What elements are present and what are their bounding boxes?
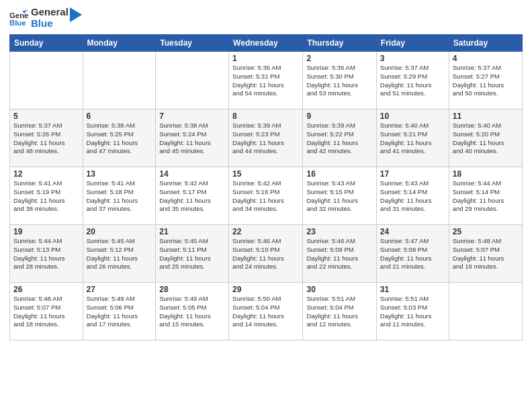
weekday-header-row: SundayMondayTuesdayWednesdayThursdayFrid… [10,35,523,52]
day-number: 17 [380,169,445,179]
weekday-header: Monday [83,35,156,52]
calendar-cell: 6Sunrise: 5:38 AM Sunset: 5:25 PM Daylig… [83,109,156,167]
calendar-cell: 12Sunrise: 5:41 AM Sunset: 5:19 PM Dayli… [10,167,83,225]
day-number: 4 [453,54,519,63]
calendar-cell: 10Sunrise: 5:40 AM Sunset: 5:21 PM Dayli… [376,109,449,167]
page-container: General Blue General Blue SundayMondayTu… [0,0,532,411]
day-info: Sunrise: 5:37 AM Sunset: 5:29 PM Dayligh… [380,64,445,98]
day-info: Sunrise: 5:46 AM Sunset: 5:09 PM Dayligh… [306,237,372,271]
day-info: Sunrise: 5:43 AM Sunset: 5:14 PM Dayligh… [380,179,445,214]
day-number: 14 [159,169,225,179]
calendar-cell: 29Sunrise: 5:50 AM Sunset: 5:04 PM Dayli… [229,283,303,340]
day-number: 9 [306,111,372,121]
day-info: Sunrise: 5:46 AM Sunset: 5:10 PM Dayligh… [232,237,299,271]
day-info: Sunrise: 5:36 AM Sunset: 5:30 PM Dayligh… [306,64,372,98]
calendar-cell: 26Sunrise: 5:48 AM Sunset: 5:07 PM Dayli… [10,283,83,340]
logo-general: General [31,7,69,18]
day-info: Sunrise: 5:40 AM Sunset: 5:20 PM Dayligh… [453,122,519,156]
day-info: Sunrise: 5:51 AM Sunset: 5:04 PM Dayligh… [306,295,372,329]
calendar-cell: 14Sunrise: 5:42 AM Sunset: 5:17 PM Dayli… [156,167,229,225]
day-number: 22 [232,227,299,236]
day-number: 1 [232,54,299,63]
calendar-week-row: 1Sunrise: 5:36 AM Sunset: 5:31 PM Daylig… [10,52,523,109]
calendar-cell: 16Sunrise: 5:43 AM Sunset: 5:15 PM Dayli… [303,167,376,225]
day-info: Sunrise: 5:45 AM Sunset: 5:12 PM Dayligh… [87,237,152,271]
header: General Blue General Blue [9,7,523,29]
logo-blue: Blue [31,18,69,30]
weekday-header: Saturday [449,35,522,52]
day-number: 31 [380,285,445,294]
weekday-header: Friday [376,35,449,52]
calendar-week-row: 19Sunrise: 5:44 AM Sunset: 5:13 PM Dayli… [10,225,523,283]
svg-marker-3 [70,7,82,22]
logo: General Blue General Blue [9,7,82,29]
day-number: 25 [453,227,519,236]
svg-text:Blue: Blue [9,18,26,26]
day-number: 8 [232,111,299,121]
day-number: 26 [13,285,79,294]
logo-icon: General Blue [9,9,28,28]
calendar-cell: 11Sunrise: 5:40 AM Sunset: 5:20 PM Dayli… [449,109,522,167]
calendar-week-row: 12Sunrise: 5:41 AM Sunset: 5:19 PM Dayli… [10,167,523,225]
day-info: Sunrise: 5:49 AM Sunset: 5:06 PM Dayligh… [87,295,152,329]
day-number: 7 [159,111,225,121]
day-info: Sunrise: 5:44 AM Sunset: 5:13 PM Dayligh… [13,237,79,271]
calendar-cell: 25Sunrise: 5:48 AM Sunset: 5:07 PM Dayli… [449,225,522,283]
day-info: Sunrise: 5:42 AM Sunset: 5:17 PM Dayligh… [159,179,225,214]
day-info: Sunrise: 5:44 AM Sunset: 5:14 PM Dayligh… [453,179,519,214]
calendar-week-row: 26Sunrise: 5:48 AM Sunset: 5:07 PM Dayli… [10,283,523,340]
logo-arrow-icon [70,7,82,22]
day-info: Sunrise: 5:40 AM Sunset: 5:21 PM Dayligh… [380,122,445,156]
calendar-cell: 5Sunrise: 5:37 AM Sunset: 5:26 PM Daylig… [10,109,83,167]
calendar-cell: 21Sunrise: 5:45 AM Sunset: 5:11 PM Dayli… [156,225,229,283]
day-info: Sunrise: 5:36 AM Sunset: 5:31 PM Dayligh… [232,64,299,98]
calendar-cell: 17Sunrise: 5:43 AM Sunset: 5:14 PM Dayli… [376,167,449,225]
calendar-cell: 19Sunrise: 5:44 AM Sunset: 5:13 PM Dayli… [10,225,83,283]
weekday-header: Wednesday [229,35,303,52]
day-number: 16 [306,169,372,179]
weekday-header: Thursday [303,35,376,52]
day-number: 30 [306,285,372,294]
day-number: 23 [306,227,372,236]
calendar-cell: 4Sunrise: 5:37 AM Sunset: 5:27 PM Daylig… [449,52,522,109]
calendar-cell: 22Sunrise: 5:46 AM Sunset: 5:10 PM Dayli… [229,225,303,283]
day-number: 21 [159,227,225,236]
day-info: Sunrise: 5:42 AM Sunset: 5:16 PM Dayligh… [232,179,299,214]
day-number: 19 [13,227,79,236]
day-info: Sunrise: 5:39 AM Sunset: 5:22 PM Dayligh… [306,122,372,156]
calendar-cell: 1Sunrise: 5:36 AM Sunset: 5:31 PM Daylig… [229,52,303,109]
day-info: Sunrise: 5:37 AM Sunset: 5:27 PM Dayligh… [453,64,519,98]
calendar-cell [10,52,83,109]
calendar-cell: 15Sunrise: 5:42 AM Sunset: 5:16 PM Dayli… [229,167,303,225]
calendar-cell: 3Sunrise: 5:37 AM Sunset: 5:29 PM Daylig… [376,52,449,109]
calendar-cell: 24Sunrise: 5:47 AM Sunset: 5:08 PM Dayli… [376,225,449,283]
calendar-cell: 31Sunrise: 5:51 AM Sunset: 5:03 PM Dayli… [376,283,449,340]
day-info: Sunrise: 5:48 AM Sunset: 5:07 PM Dayligh… [13,295,79,329]
weekday-header: Sunday [10,35,83,52]
day-number: 29 [232,285,299,294]
day-info: Sunrise: 5:43 AM Sunset: 5:15 PM Dayligh… [306,179,372,214]
calendar-cell [83,52,156,109]
calendar-week-row: 5Sunrise: 5:37 AM Sunset: 5:26 PM Daylig… [10,109,523,167]
day-number: 28 [159,285,225,294]
calendar-cell: 9Sunrise: 5:39 AM Sunset: 5:22 PM Daylig… [303,109,376,167]
day-number: 18 [453,169,519,179]
calendar-table: SundayMondayTuesdayWednesdayThursdayFrid… [9,34,523,340]
day-number: 27 [87,285,152,294]
day-number: 12 [13,169,79,179]
calendar-cell: 13Sunrise: 5:41 AM Sunset: 5:18 PM Dayli… [83,167,156,225]
day-info: Sunrise: 5:50 AM Sunset: 5:04 PM Dayligh… [232,295,299,329]
calendar-cell: 27Sunrise: 5:49 AM Sunset: 5:06 PM Dayli… [83,283,156,340]
day-info: Sunrise: 5:38 AM Sunset: 5:25 PM Dayligh… [87,122,152,156]
day-number: 15 [232,169,299,179]
day-info: Sunrise: 5:49 AM Sunset: 5:05 PM Dayligh… [159,295,225,329]
day-info: Sunrise: 5:47 AM Sunset: 5:08 PM Dayligh… [380,237,445,271]
day-number: 6 [87,111,152,121]
calendar-cell: 20Sunrise: 5:45 AM Sunset: 5:12 PM Dayli… [83,225,156,283]
day-number: 13 [87,169,152,179]
calendar-cell [156,52,229,109]
calendar-cell: 30Sunrise: 5:51 AM Sunset: 5:04 PM Dayli… [303,283,376,340]
calendar-cell: 28Sunrise: 5:49 AM Sunset: 5:05 PM Dayli… [156,283,229,340]
day-info: Sunrise: 5:39 AM Sunset: 5:23 PM Dayligh… [232,122,299,156]
calendar-cell: 23Sunrise: 5:46 AM Sunset: 5:09 PM Dayli… [303,225,376,283]
